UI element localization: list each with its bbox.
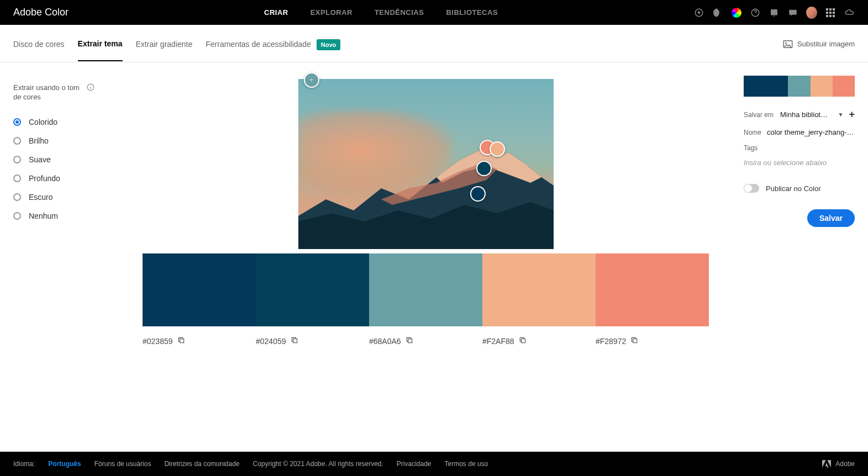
hex-cell: #023859 <box>143 336 256 346</box>
color-picker-handle[interactable]: + <box>304 72 319 88</box>
footer-link-guidelines[interactable]: Diretrizes da comunidade <box>164 460 239 468</box>
option-escuro[interactable]: Escuro <box>13 193 94 202</box>
radio-icon <box>13 193 21 201</box>
radio-icon <box>13 137 21 145</box>
hex-value[interactable]: #024059 <box>256 337 286 346</box>
option-label: Brilho <box>29 136 49 145</box>
theme-name-input[interactable] <box>767 128 860 136</box>
save-panel: Salvar em Minha bibliot… ▼ + Nome Tags P… <box>744 62 868 452</box>
copy-icon[interactable] <box>406 336 413 346</box>
option-suave[interactable]: Suave <box>13 155 94 164</box>
option-nenhum[interactable]: Nenhum <box>13 211 94 220</box>
swatch[interactable] <box>482 253 596 326</box>
tab-acessibilidade[interactable]: Ferramentas de acessibilidade Novo <box>206 40 340 61</box>
publish-toggle[interactable] <box>744 184 759 193</box>
dark-mode-icon[interactable] <box>712 7 723 18</box>
save-in-label: Salvar em <box>744 111 775 119</box>
language-label: Idioma: <box>13 460 35 468</box>
svg-point-5 <box>785 42 787 44</box>
option-label: Nenhum <box>29 211 58 220</box>
chevron-down-icon: ▼ <box>838 112 844 118</box>
center-canvas: + #023859 #024059 #68A0A6 #F2AF88 #F2897… <box>108 62 744 452</box>
option-colorido[interactable]: Colorido <box>13 118 94 126</box>
radio-icon <box>13 212 21 220</box>
svg-rect-8 <box>293 339 297 343</box>
footer: Idioma: Português Fóruns de usuários Dir… <box>0 452 868 476</box>
swatch[interactable] <box>143 253 256 326</box>
hex-value[interactable]: #023859 <box>143 337 173 346</box>
hex-value[interactable]: #F2AF88 <box>482 337 514 346</box>
nav-tendencias[interactable]: TENDÊNCIAS <box>375 8 424 17</box>
hex-value[interactable]: #68A0A6 <box>369 337 401 346</box>
add-library-button[interactable]: + <box>849 109 855 120</box>
name-label: Nome <box>744 129 761 136</box>
copy-icon[interactable] <box>630 336 638 346</box>
extract-mode-panel: Extrair usando o tom de cores Colorido B… <box>0 62 108 452</box>
save-button[interactable]: Salvar <box>807 209 855 227</box>
copy-icon[interactable] <box>291 336 298 346</box>
footer-link-forums[interactable]: Fóruns de usuários <box>94 460 151 468</box>
svg-rect-3 <box>789 9 797 14</box>
main-area: Extrair usando o tom de cores Colorido B… <box>0 62 868 452</box>
adobe-logo-icon <box>822 460 831 468</box>
avatar[interactable] <box>806 7 817 18</box>
swatch[interactable] <box>256 253 369 326</box>
option-profundo[interactable]: Profundo <box>13 174 94 183</box>
option-label: Colorido <box>29 118 57 126</box>
tab-disco-de-cores[interactable]: Disco de cores <box>13 40 65 61</box>
library-select[interactable]: Minha bibliot… ▼ <box>780 110 843 119</box>
hex-cell: #68A0A6 <box>369 336 482 346</box>
tab-extrair-gradiente[interactable]: Extrair gradiente <box>136 40 193 61</box>
footer-copyright: Copyright © 2021 Adobe. All rights reser… <box>253 460 383 468</box>
hex-cell: #024059 <box>256 336 369 346</box>
tab-extrair-tema[interactable]: Extrair tema <box>78 39 123 61</box>
replace-image-button[interactable]: Substituir imagem <box>783 40 855 60</box>
feedback-icon[interactable] <box>769 7 780 18</box>
mini-swatch <box>811 76 833 97</box>
source-image[interactable]: + <box>298 79 554 249</box>
svg-rect-9 <box>408 339 412 343</box>
header-icons <box>693 7 855 18</box>
swatch[interactable] <box>596 253 709 326</box>
hex-cell: #F2AF88 <box>482 336 596 346</box>
nav-criar[interactable]: CRIAR <box>264 8 288 17</box>
copy-icon[interactable] <box>177 336 185 346</box>
apps-grid-icon[interactable] <box>825 7 836 18</box>
mini-swatch <box>788 76 810 97</box>
hex-value[interactable]: #F28972 <box>596 337 626 346</box>
mini-palette-preview <box>744 76 855 97</box>
hex-values-row: #023859 #024059 #68A0A6 #F2AF88 #F28972 <box>143 336 709 346</box>
color-picker-handle[interactable] <box>490 141 505 157</box>
radio-icon <box>13 174 21 182</box>
footer-link-terms[interactable]: Termos de uso <box>445 460 488 468</box>
option-label: Suave <box>29 155 51 164</box>
footer-brand: Adobe <box>822 460 855 468</box>
language-select[interactable]: Português <box>48 460 81 468</box>
image-icon <box>783 40 793 48</box>
nav-explorar[interactable]: EXPLORAR <box>311 8 353 17</box>
copy-icon[interactable] <box>519 336 527 346</box>
sub-nav: Disco de cores Extrair tema Extrair grad… <box>0 25 868 62</box>
footer-link-privacy[interactable]: Privacidade <box>397 460 432 468</box>
swatch[interactable] <box>369 253 482 326</box>
publish-label: Publicar no Color <box>766 184 821 193</box>
help-icon[interactable] <box>750 7 761 18</box>
nav-bibliotecas[interactable]: BIBLIOTECAS <box>446 8 498 17</box>
color-picker-handle[interactable] <box>470 186 486 202</box>
chat-icon[interactable] <box>787 7 798 18</box>
info-icon[interactable] <box>87 83 94 93</box>
mini-swatch <box>744 76 788 97</box>
mini-swatch <box>833 76 855 97</box>
library-selected-value: Minha bibliot… <box>780 110 828 119</box>
color-picker-handle[interactable] <box>476 161 492 176</box>
replace-image-label: Substituir imagem <box>797 40 855 48</box>
app-logo: Adobe Color <box>13 7 69 18</box>
star-icon[interactable] <box>693 7 704 18</box>
extract-mode-title: Extrair usando o tom de cores <box>13 83 82 102</box>
tags-input[interactable] <box>744 155 855 171</box>
creative-cloud-icon[interactable] <box>844 7 855 18</box>
badge-novo: Novo <box>317 39 341 50</box>
option-brilho[interactable]: Brilho <box>13 136 94 145</box>
svg-rect-10 <box>521 339 525 343</box>
color-wheel-icon[interactable] <box>731 7 742 18</box>
